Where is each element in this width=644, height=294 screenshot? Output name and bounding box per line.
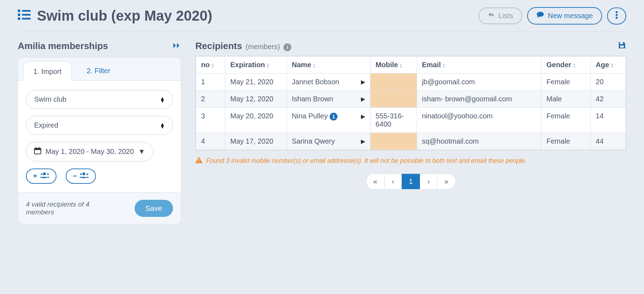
column-header-expiration[interactable]: Expiration▲▼ [225, 57, 287, 74]
cell-mobile [370, 74, 417, 91]
warning-icon [195, 157, 202, 165]
cell-age: 14 [591, 108, 626, 133]
column-header-name[interactable]: Name▲▼ [287, 57, 370, 74]
tab-filter-label: 2. Filter [87, 67, 110, 75]
cell-age: 44 [591, 133, 626, 150]
new-message-label: New message [548, 12, 593, 20]
membership-select[interactable]: Swim club ▲▼ [26, 90, 173, 109]
cell-no: 1 [196, 74, 225, 91]
name-text: Nina Pulley 1 [292, 112, 338, 121]
cell-mobile [370, 91, 417, 108]
save-button[interactable]: Save [135, 200, 173, 217]
warning-text: Found 3 invalid mobile number(s) or emai… [206, 157, 526, 165]
cell-name[interactable]: Nina Pulley 1▶ [287, 108, 370, 133]
collapse-panel-icon[interactable] [173, 42, 181, 51]
list-icon [18, 9, 31, 23]
column-header-label: Name [292, 61, 311, 69]
table-row: 1May 21, 2020Jannet Bobson ▶jb@goomail.c… [196, 74, 626, 91]
membership-select-value: Swim club [34, 95, 66, 103]
svg-point-18 [80, 173, 82, 175]
sort-arrows-icon: ▲▼ [399, 63, 402, 68]
name-text: Isham Brown [292, 95, 334, 103]
cell-gender: Male [541, 91, 591, 108]
save-button-label: Save [145, 204, 162, 212]
cell-name[interactable]: Sarina Qwery ▶ [287, 133, 370, 150]
svg-rect-11 [34, 148, 41, 150]
sort-arrows-icon: ▲▼ [442, 63, 445, 68]
cell-age: 20 [591, 74, 626, 91]
select-updown-icon: ▲▼ [160, 123, 165, 128]
caret-right-icon: ▶ [361, 79, 365, 85]
table-row: 4May 17, 2020Sarina Qwery ▶sq@hootmail.c… [196, 133, 626, 150]
svg-point-14 [43, 172, 46, 175]
svg-rect-23 [199, 162, 199, 162]
caret-right-icon: ▶ [361, 96, 365, 102]
column-header-email[interactable]: Email▲▼ [417, 57, 541, 74]
cell-email: jb@goomail.com [417, 74, 541, 91]
svg-rect-22 [199, 159, 199, 161]
cell-email: ninatool@yoohoo.com [417, 108, 541, 133]
cell-no: 3 [196, 108, 225, 133]
ellipsis-vertical-icon [615, 11, 618, 21]
svg-rect-1 [18, 14, 20, 16]
column-header-mobile[interactable]: Mobile▲▼ [370, 57, 417, 74]
pagination-current[interactable]: 1 [402, 174, 420, 189]
sort-arrows-icon: ▲▼ [313, 63, 316, 68]
column-header-label: Email [422, 61, 441, 69]
more-actions-button[interactable] [607, 7, 626, 25]
svg-point-8 [616, 14, 618, 16]
page-title-text: Swim club (exp May 2020) [37, 8, 212, 24]
recipients-table-wrap[interactable]: no▲▼Expiration▲▼Name▲▼Mobile▲▼Email▲▼Gen… [195, 56, 626, 150]
count-badge: 1 [330, 113, 337, 121]
svg-point-19 [87, 173, 88, 175]
remove-members-button[interactable]: − [66, 169, 96, 184]
tab-import-label: 1. Import [33, 68, 61, 75]
date-range-picker[interactable]: May 1, 2020 - May 30, 2020 ▼ [26, 142, 153, 161]
page-title: Swim club (exp May 2020) [18, 8, 212, 24]
info-icon[interactable]: i [283, 43, 291, 51]
pagination-next[interactable]: › [420, 174, 437, 189]
recipients-table: no▲▼Expiration▲▼Name▲▼Mobile▲▼Email▲▼Gen… [196, 56, 626, 150]
lists-button[interactable]: Lists [478, 7, 522, 24]
cell-name[interactable]: Jannet Bobson ▶ [287, 74, 370, 91]
add-members-button[interactable]: + [26, 169, 56, 184]
cell-no: 2 [196, 91, 225, 108]
column-header-label: Age [596, 61, 609, 69]
tab-import[interactable]: 1. Import [23, 62, 72, 81]
undo-icon [488, 12, 495, 20]
svg-rect-21 [620, 46, 624, 48]
sort-arrows-icon: ▲▼ [211, 63, 214, 68]
recipients-subtitle: (members) [246, 43, 280, 51]
column-header-age[interactable]: Age▲▼ [591, 57, 626, 74]
column-header-gender[interactable]: Gender▲▼ [541, 57, 591, 74]
column-header-label: no [201, 61, 210, 69]
lists-button-label: Lists [498, 12, 513, 20]
pagination-prev[interactable]: ‹ [385, 174, 402, 189]
comment-icon [536, 11, 544, 20]
cell-gender: Female [541, 74, 591, 91]
calendar-icon [34, 147, 41, 156]
minus-icon: − [73, 172, 77, 180]
cell-expiration: May 20, 2020 [225, 108, 287, 133]
sort-arrows-icon: ▲▼ [573, 63, 576, 68]
cell-mobile: 555-316-6400 [370, 108, 417, 133]
svg-rect-2 [18, 17, 20, 20]
validation-warning: Found 3 invalid mobile number(s) or emai… [195, 157, 626, 165]
sort-arrows-icon: ▲▼ [611, 63, 614, 68]
caret-down-icon: ▼ [138, 148, 145, 156]
pagination-first[interactable]: « [366, 174, 385, 189]
save-disk-icon[interactable] [618, 41, 626, 52]
cell-age: 42 [591, 91, 626, 108]
users-icon [40, 172, 49, 180]
status-select[interactable]: Expired ▲▼ [26, 116, 173, 135]
column-header-no[interactable]: no▲▼ [196, 57, 225, 74]
svg-rect-12 [36, 147, 37, 149]
new-message-button[interactable]: New message [527, 7, 602, 25]
svg-rect-3 [22, 10, 31, 12]
cell-name[interactable]: Isham Brown ▶ [287, 91, 370, 108]
pagination-last[interactable]: » [437, 174, 455, 189]
select-updown-icon: ▲▼ [160, 97, 165, 102]
cell-expiration: May 21, 2020 [225, 74, 287, 91]
tab-filter[interactable]: 2. Filter [77, 61, 120, 80]
svg-point-15 [40, 173, 42, 175]
